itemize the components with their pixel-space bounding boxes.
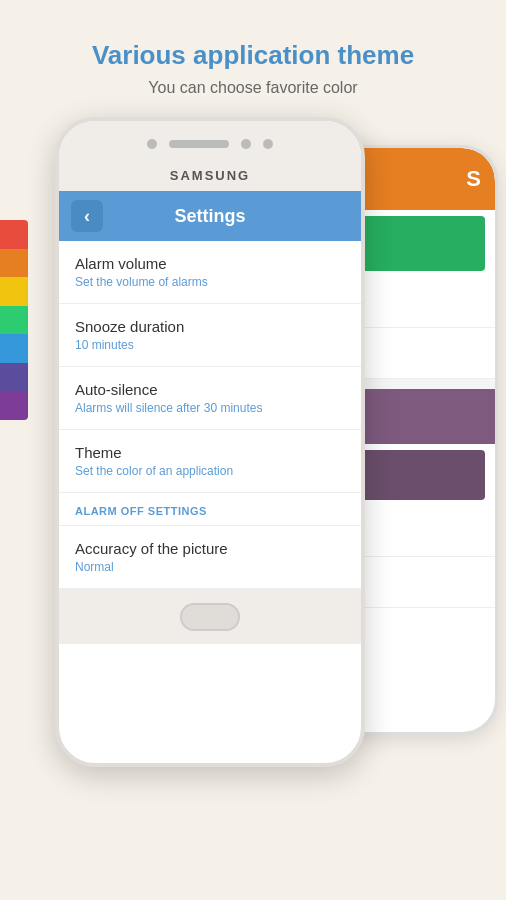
theme-title: Theme <box>75 444 345 461</box>
accuracy-item[interactable]: Accuracy of the picture Normal <box>59 526 361 589</box>
alarm-volume-item[interactable]: Alarm volume Set the volume of alarms <box>59 241 361 304</box>
snooze-duration-subtitle: 10 minutes <box>75 338 345 352</box>
phone-main: SAMSUNG ‹ Settings Alarm volume Set the … <box>55 117 365 767</box>
settings-title-text: Settings <box>113 206 307 227</box>
s-letter: S <box>466 166 481 192</box>
speaker-dot-3 <box>263 139 273 149</box>
alarm-off-section-header: ALARM OFF SETTINGS <box>59 493 361 526</box>
sub-title: You can choose favorite color <box>20 79 486 97</box>
back-button[interactable]: ‹ <box>71 200 103 232</box>
auto-silence-item[interactable]: Auto-silence Alarms will silence after 3… <box>59 367 361 430</box>
theme-item[interactable]: Theme Set the color of an application <box>59 430 361 493</box>
phone-top <box>59 121 361 166</box>
settings-header: ‹ Settings <box>59 191 361 241</box>
brand-logo: SAMSUNG <box>59 166 361 191</box>
home-button[interactable] <box>180 603 240 631</box>
top-section: Various application theme You can choose… <box>0 0 506 117</box>
settings-list: Alarm volume Set the volume of alarms Sn… <box>59 241 361 589</box>
section-header-text: ALARM OFF SETTINGS <box>75 505 207 517</box>
phone-bottom <box>59 589 361 644</box>
speaker-dot-2 <box>241 139 251 149</box>
accuracy-subtitle: Normal <box>75 560 345 574</box>
theme-subtitle: Set the color of an application <box>75 464 345 478</box>
alarm-volume-subtitle: Set the volume of alarms <box>75 275 345 289</box>
alarm-volume-title: Alarm volume <box>75 255 345 272</box>
speaker-bar <box>169 140 229 148</box>
auto-silence-subtitle: Alarms will silence after 30 minutes <box>75 401 345 415</box>
speaker-dot-1 <box>147 139 157 149</box>
auto-silence-title: Auto-silence <box>75 381 345 398</box>
main-title: Various application theme <box>20 40 486 71</box>
brand-text: SAMSUNG <box>170 168 250 183</box>
snooze-duration-title: Snooze duration <box>75 318 345 335</box>
phones-container: S 8:30 Mon, ... 8:30 Mon, ... ♡ <box>0 117 506 777</box>
snooze-duration-item[interactable]: Snooze duration 10 minutes <box>59 304 361 367</box>
accuracy-title: Accuracy of the picture <box>75 540 345 557</box>
